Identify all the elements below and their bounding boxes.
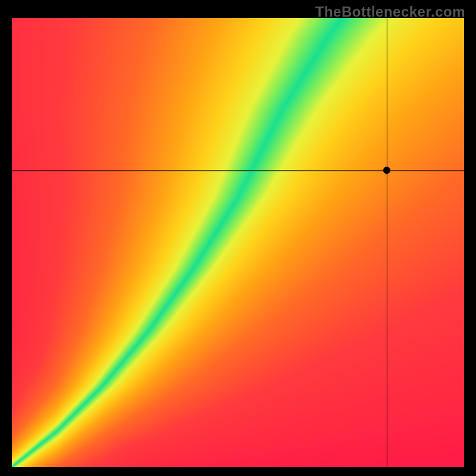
bottleneck-heatmap	[12, 18, 464, 467]
watermark: TheBottlenecker.com	[315, 4, 465, 20]
chart-container: TheBottlenecker.com	[0, 0, 476, 476]
